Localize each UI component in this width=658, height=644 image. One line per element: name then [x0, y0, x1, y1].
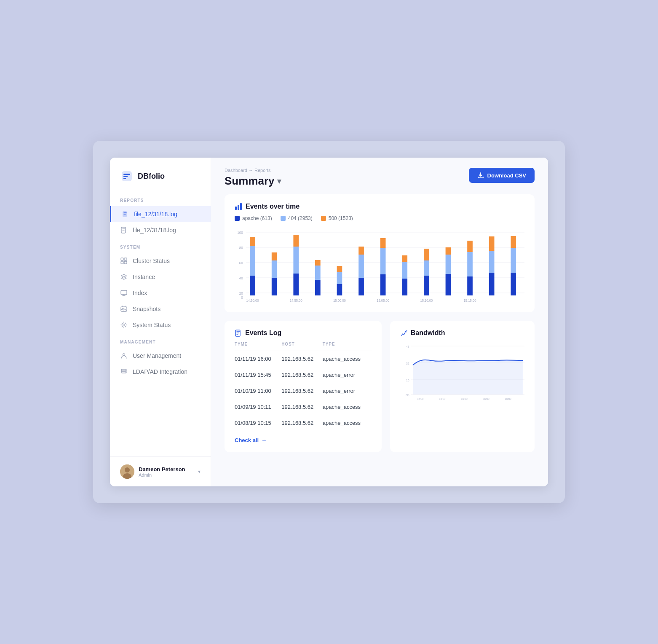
- svg-rect-24: [240, 203, 242, 210]
- svg-point-20: [125, 467, 130, 472]
- cell-host: 192.168.5.62: [281, 399, 322, 415]
- legend-dot-apache: [235, 216, 240, 221]
- svg-rect-38: [250, 237, 255, 246]
- download-icon: [477, 172, 484, 179]
- svg-rect-8: [121, 261, 123, 264]
- svg-rect-65: [446, 247, 451, 255]
- sidebar-item-file1[interactable]: file_12/31/18.log: [110, 206, 211, 222]
- sidebar-item-ldap[interactable]: LDAP/AD Integration: [110, 364, 211, 380]
- user-info: Dameon Peterson Admin: [139, 466, 194, 478]
- legend-dot-500: [321, 216, 326, 221]
- svg-text:14:55:00: 14:55:00: [290, 299, 302, 303]
- svg-text:16:00: 16:00: [417, 397, 424, 400]
- svg-rect-41: [272, 252, 277, 260]
- svg-rect-51: [358, 278, 364, 295]
- svg-text:15:00:00: 15:00:00: [333, 299, 346, 303]
- breadcrumb: Dashboard → Reports: [225, 168, 281, 173]
- svg-text:32: 32: [406, 362, 409, 366]
- breadcrumb-end: Reports: [254, 168, 271, 173]
- download-csv-button[interactable]: Download CSV: [469, 168, 535, 183]
- svg-rect-48: [337, 284, 342, 295]
- col-host: HOST: [281, 342, 322, 351]
- svg-rect-62: [424, 249, 429, 260]
- svg-text:80: 80: [239, 246, 243, 250]
- svg-text:0B: 0B: [406, 393, 409, 397]
- cell-host: 192.168.5.62: [281, 351, 322, 367]
- svg-text:15:10:00: 15:10:00: [420, 299, 433, 303]
- sidebar-section-management: MANAGEMENT: [110, 333, 211, 348]
- main-header: Dashboard → Reports Summary ▾ Download C…: [211, 158, 548, 194]
- sidebar-item-index-label: Index: [133, 290, 147, 296]
- cell-type: apache_access: [323, 415, 372, 431]
- app-container: DBfolio REPORTS file_12/31/18.log: [110, 158, 548, 486]
- svg-rect-7: [124, 258, 127, 260]
- svg-rect-64: [446, 255, 451, 274]
- sidebar-item-cluster[interactable]: Cluster Status: [110, 253, 211, 269]
- user-role: Admin: [139, 472, 194, 478]
- breadcrumb-start: Dashboard: [225, 168, 247, 173]
- svg-point-18: [125, 372, 126, 373]
- svg-rect-1: [123, 174, 130, 175]
- sidebar-section-reports: REPORTS: [110, 191, 211, 206]
- avatar: [120, 464, 134, 479]
- bandwidth-title: Bandwidth: [400, 329, 524, 337]
- layers-icon: [120, 273, 128, 281]
- bandwidth-icon: [400, 330, 407, 337]
- sidebar-item-file2[interactable]: file_12/31/18.log: [110, 222, 211, 238]
- events-chart-container: 100 80 60 40 20 0: [235, 228, 524, 304]
- events-chart-section: Events over time apache (613) 404 (2953): [225, 194, 535, 312]
- svg-rect-58: [402, 262, 407, 279]
- bandwidth-line-chart: 48 32 16 0B 16:00 11/09: [400, 342, 524, 401]
- svg-text:20: 20: [239, 291, 243, 295]
- cell-time: 01/11/19 16:00: [235, 351, 281, 367]
- download-csv-label: Download CSV: [487, 172, 526, 179]
- chevron-down-icon: ▾: [198, 469, 201, 475]
- svg-text:14:50:00: 14:50:00: [246, 299, 259, 303]
- svg-rect-54: [380, 274, 386, 295]
- sidebar-item-snapshots[interactable]: Snapshots: [110, 301, 211, 317]
- svg-rect-56: [380, 238, 386, 248]
- svg-rect-55: [380, 248, 386, 274]
- legend-apache: apache (613): [235, 215, 272, 221]
- svg-rect-59: [402, 255, 407, 262]
- table-row: 01/10/19 11:00 192.168.5.62 apache_error: [235, 383, 372, 399]
- svg-text:15:15:00: 15:15:00: [464, 299, 476, 303]
- svg-rect-61: [424, 260, 429, 276]
- logo-text: DBfolio: [138, 172, 165, 181]
- svg-rect-67: [467, 252, 473, 276]
- legend-500: 500 (1523): [321, 215, 353, 221]
- sidebar-item-index[interactable]: Index: [110, 285, 211, 301]
- cell-host: 192.168.5.62: [281, 415, 322, 431]
- svg-rect-9: [124, 261, 127, 264]
- events-table: TYME HOST TYPE 01/11/19 16:00 192.168.5.…: [235, 342, 372, 431]
- bottom-panels: Events Log TYME HOST TYPE: [225, 321, 535, 452]
- sidebar-item-instance[interactable]: Instance: [110, 269, 211, 285]
- svg-rect-2: [123, 176, 128, 177]
- main-body: Events over time apache (613) 404 (2953): [211, 194, 548, 486]
- sidebar-item-file2-label: file_12/31/18.log: [133, 227, 176, 233]
- svg-rect-60: [424, 276, 429, 295]
- svg-rect-52: [358, 255, 364, 278]
- svg-rect-47: [315, 260, 321, 266]
- svg-rect-42: [293, 274, 299, 295]
- settings-icon: [120, 321, 128, 329]
- sidebar-item-system-status[interactable]: System Status: [110, 317, 211, 333]
- sidebar: DBfolio REPORTS file_12/31/18.log: [110, 158, 211, 486]
- events-log-title: Events Log: [235, 329, 372, 337]
- user-name: Dameon Peterson: [139, 466, 194, 472]
- check-all-link[interactable]: Check all →: [235, 437, 267, 443]
- cell-host: 192.168.5.62: [281, 383, 322, 399]
- svg-text:15:05:00: 15:05:00: [377, 299, 389, 303]
- dbfolio-logo-icon: [120, 169, 134, 183]
- server-icon: [120, 368, 128, 376]
- table-row: 01/08/19 10:15 192.168.5.62 apache_acces…: [235, 415, 372, 431]
- svg-rect-49: [337, 272, 342, 284]
- svg-rect-10: [121, 290, 127, 295]
- svg-rect-69: [489, 273, 495, 295]
- sidebar-user[interactable]: Dameon Peterson Admin ▾: [110, 456, 211, 486]
- cell-type: apache_access: [323, 399, 372, 415]
- monitor-icon: [120, 289, 128, 297]
- sidebar-item-ldap-label: LDAP/AD Integration: [133, 368, 187, 375]
- svg-rect-70: [489, 251, 495, 273]
- sidebar-item-user-management[interactable]: User Management: [110, 348, 211, 364]
